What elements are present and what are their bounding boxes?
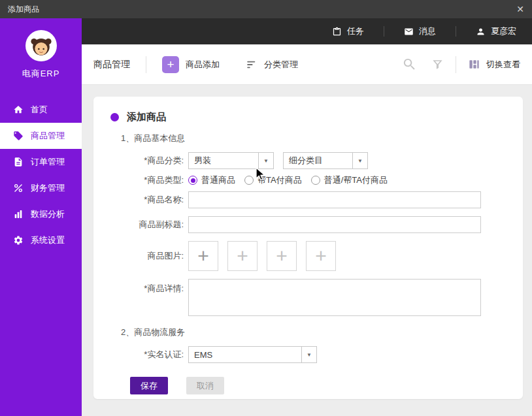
tasks-label: 任务 (347, 25, 364, 37)
category-select[interactable]: 男装 ▼ (188, 152, 274, 169)
tasks-button[interactable]: 任务 (332, 25, 364, 37)
product-detail-textarea[interactable] (188, 279, 481, 316)
radio-label: 帮TA付商品 (258, 174, 302, 186)
select-value: 男装 (189, 153, 258, 168)
sidebar-item-label: 首页 (31, 104, 48, 116)
filter-icon[interactable] (431, 58, 444, 71)
clipboard-icon (332, 27, 342, 37)
add-product-button[interactable]: + 商品添加 (162, 56, 220, 73)
chart-icon (13, 209, 24, 219)
mail-icon (404, 27, 414, 37)
plus-icon: + (162, 56, 179, 73)
form-title: 添加商品 (127, 111, 166, 123)
messages-label: 消息 (419, 25, 436, 37)
upload-image-box[interactable]: + (188, 241, 218, 271)
images-row: 商品图片: + + + + (109, 241, 507, 271)
toolbar-title: 商品管理 (93, 59, 130, 71)
save-button[interactable]: 保存 (130, 377, 168, 394)
radio-icon (244, 176, 254, 185)
search-icon[interactable] (402, 57, 417, 72)
field-label: *商品名称: (109, 194, 184, 206)
app-window: 添加商品 ✕ 电商ERP 首页 商 (0, 0, 532, 416)
field-label: *实名认证: (109, 349, 184, 360)
close-icon[interactable]: ✕ (516, 4, 524, 14)
window-title: 添加商品 (8, 4, 39, 15)
user-icon (476, 27, 486, 37)
sidebar-item-analytics[interactable]: 数据分析 (0, 201, 82, 227)
user-menu[interactable]: 夏彦宏 (476, 25, 516, 37)
upload-image-box[interactable]: + (306, 241, 336, 271)
grid-view-icon[interactable] (468, 58, 480, 71)
subcategory-select[interactable]: 细分类目 ▼ (283, 152, 368, 169)
product-name-input[interactable] (188, 191, 481, 208)
window-titlebar: 添加商品 ✕ (0, 0, 532, 18)
category-row: *商品分类: 男装 ▼ 细分类目 ▼ (109, 152, 507, 169)
sidebar: 电商ERP 首页 商品管理 订单管理 财务管理 数据分析 (0, 18, 82, 416)
avatar (25, 30, 57, 61)
section-basic-info: 1、商品基本信息 (121, 133, 507, 144)
sidebar-item-label: 订单管理 (31, 156, 65, 168)
category-manage-button[interactable]: 分类管理 (246, 59, 298, 71)
add-product-card: 添加商品 1、商品基本信息 *商品分类: 男装 ▼ 细分类目 ▼ *商品类型: (93, 97, 523, 399)
chevron-down-icon[interactable]: ▼ (352, 153, 367, 168)
top-header: 任务 消息 夏彦宏 (82, 18, 532, 44)
sidebar-item-home[interactable]: 首页 (0, 97, 82, 123)
sidebar-item-label: 系统设置 (31, 234, 65, 246)
field-label: 商品图片: (109, 250, 184, 262)
sidebar-item-label: 数据分析 (31, 208, 65, 220)
plus-icon: + (237, 246, 248, 266)
header-separator (384, 26, 384, 37)
product-subtitle-input[interactable] (188, 216, 481, 233)
messages-button[interactable]: 消息 (404, 25, 436, 37)
field-label: *商品分类: (109, 155, 184, 167)
chevron-down-icon[interactable]: ▼ (258, 153, 273, 168)
gear-icon (13, 235, 24, 246)
subtitle-row: 商品副标题: (109, 216, 507, 233)
sort-lines-icon (246, 59, 258, 71)
button-row: 保存 取消 (130, 377, 507, 394)
category-manage-label: 分类管理 (264, 59, 298, 71)
sidebar-item-finance[interactable]: 财务管理 (0, 175, 82, 201)
section-logistics: 2、商品物流服务 (121, 327, 507, 338)
detail-row: *商品详情: (109, 279, 507, 316)
user-name: 夏彦宏 (491, 25, 516, 37)
field-label: *商品详情: (109, 279, 184, 295)
upload-image-box[interactable]: + (267, 241, 297, 271)
toolbar-separator (456, 56, 456, 73)
radio-type-pay-for-other[interactable]: 帮TA付商品 (244, 174, 302, 186)
radio-label: 普通商品 (201, 174, 235, 186)
radio-label: 普通/帮TA付商品 (324, 174, 388, 186)
realname-row: *实名认证: EMS ▼ (109, 346, 507, 363)
header-separator (456, 26, 456, 37)
realname-select[interactable]: EMS ▼ (188, 346, 317, 363)
switch-view-label[interactable]: 切换查看 (486, 59, 520, 71)
field-label: *商品类型: (109, 174, 184, 186)
type-row: *商品类型: 普通商品 帮TA付商品 普通/帮TA付商品 (109, 174, 507, 186)
radio-type-normal[interactable]: 普通商品 (188, 174, 235, 186)
upload-image-box[interactable]: + (227, 241, 258, 271)
radio-selected-icon (188, 176, 197, 185)
toolbar-separator (146, 56, 146, 73)
toolbar-right: 切换查看 (402, 56, 520, 73)
bullet-icon (110, 113, 119, 121)
add-product-label: 商品添加 (186, 59, 220, 71)
toolbar: 商品管理 + 商品添加 分类管理 (82, 44, 532, 85)
brand-label: 电商ERP (22, 68, 60, 80)
tag-icon (13, 131, 24, 141)
avatar-image (27, 31, 56, 60)
sidebar-item-products[interactable]: 商品管理 (0, 123, 82, 149)
main-area: 任务 消息 夏彦宏 商品管理 + 商品添加 (82, 18, 532, 416)
sidebar-item-orders[interactable]: 订单管理 (0, 149, 82, 175)
cancel-button[interactable]: 取消 (186, 377, 224, 394)
percent-icon (13, 183, 24, 193)
plus-icon: + (276, 246, 288, 266)
plus-icon: + (315, 246, 327, 266)
field-label: 商品副标题: (109, 219, 184, 231)
sidebar-item-settings[interactable]: 系统设置 (0, 227, 82, 253)
home-icon (13, 104, 24, 115)
select-value: 细分类目 (284, 153, 352, 168)
content-area: 添加商品 1、商品基本信息 *商品分类: 男装 ▼ 细分类目 ▼ *商品类型: (82, 85, 532, 416)
chevron-down-icon[interactable]: ▼ (301, 347, 316, 362)
sidebar-item-label: 财务管理 (31, 182, 65, 194)
radio-type-both[interactable]: 普通/帮TA付商品 (311, 174, 388, 186)
